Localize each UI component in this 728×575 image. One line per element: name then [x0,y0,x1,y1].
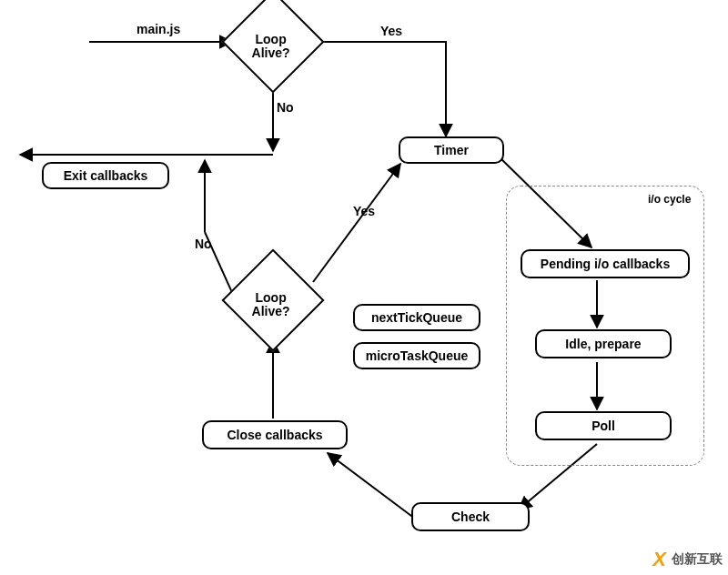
group-io-cycle-title: i/o cycle [648,193,691,206]
svg-line-9 [313,164,400,282]
node-label: nextTickQueue [371,310,462,325]
watermark-text: 创新互联 [672,551,723,568]
decision-loop-alive-top: Loop Alive? [221,0,324,94]
edge-label-yes-top: Yes [380,24,402,38]
node-idle-prepare: Idle, prepare [535,329,672,358]
svg-line-7 [328,453,415,519]
node-timer: Timer [399,136,504,164]
node-label: Exit callbacks [64,168,148,183]
watermark: X 创新互联 [652,548,723,571]
node-label: Check [451,509,490,524]
edge-label-no-top: No [277,100,294,115]
entry-label: main.js [136,22,180,36]
node-close-callbacks: Close callbacks [202,420,348,449]
node-check: Check [411,502,530,531]
node-label: Idle, prepare [565,337,641,351]
node-label: microTaskQueue [366,348,469,363]
decision-label: Loop Alive? [235,33,308,61]
node-pending-io: Pending i/o callbacks [521,249,690,278]
node-exit-callbacks: Exit callbacks [42,162,169,189]
watermark-logo: X [652,548,666,571]
decision-label: Loop Alive? [235,291,308,319]
decision-loop-alive-bottom: Loop Alive? [221,248,324,351]
node-micro-task-queue: microTaskQueue [353,342,480,369]
edge-label-yes-bottom: Yes [353,204,375,218]
node-label: Poll [592,419,615,433]
diagram-canvas: main.js Loop Alive? Yes No Exit callback… [0,0,728,575]
edge-label-no-bottom: No [195,237,212,251]
node-label: Pending i/o callbacks [541,257,670,271]
node-label: Close callbacks [227,428,322,442]
node-next-tick-queue: nextTickQueue [353,304,480,331]
node-poll: Poll [535,411,672,440]
node-label: Timer [434,143,469,157]
